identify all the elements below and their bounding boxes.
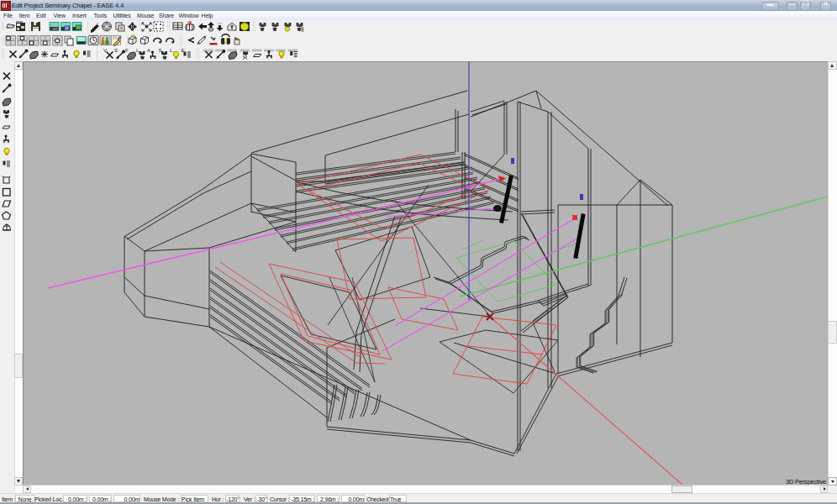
svg-text:S: S [159,48,162,53]
svg-text:S: S [114,48,118,53]
svg-text:L: L [170,48,173,53]
svg-text:F: F [125,48,129,53]
svg-text:A: A [147,48,150,53]
svg-text:L: L [136,48,140,53]
